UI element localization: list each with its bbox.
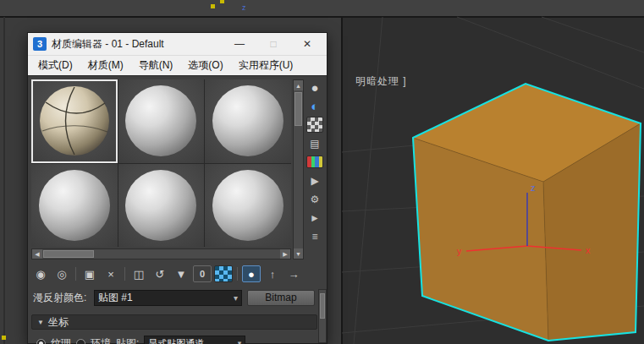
coordinates-rollout-header[interactable]: ▼ 坐标: [31, 314, 317, 330]
screen: z x y: [0, 0, 644, 344]
environ-radio-label: 环境: [91, 336, 111, 344]
show-end-result-icon[interactable]: ●: [242, 265, 261, 282]
scroll-up-button[interactable]: ▲: [294, 80, 303, 90]
material-editor-window: 3 材质编辑器 - 01 - Default — □ ✕ 模式(D) 材质(M)…: [27, 32, 328, 344]
map-selector-dropdown[interactable]: 贴图 #1 ▾: [94, 290, 242, 306]
side-toolbar: ● ◐ ▦ ▤ ▩ ▶ ⚙ ► ≡: [306, 79, 325, 244]
sphere-preview: [125, 85, 196, 156]
put-material-to-scene-icon[interactable]: ◎: [52, 265, 71, 282]
material-id-channel-icon[interactable]: 0: [193, 265, 212, 282]
material-sample-slot[interactable]: [205, 164, 291, 248]
axis-x-label: x: [586, 245, 591, 255]
texture-radio-label: 纹理: [51, 336, 71, 344]
options-icon[interactable]: ⚙: [306, 191, 323, 207]
generate-preview-icon[interactable]: ▶: [306, 172, 323, 188]
texture-radio[interactable]: [36, 339, 46, 344]
select-by-material-icon[interactable]: ►: [306, 210, 323, 226]
close-button[interactable]: ✕: [293, 35, 322, 53]
make-material-copy-icon[interactable]: ◫: [129, 265, 148, 282]
put-to-library-icon[interactable]: ▼: [172, 265, 190, 282]
chevron-down-icon: ▾: [238, 339, 242, 344]
reset-map-icon[interactable]: ×: [102, 265, 120, 282]
toolbar-separator: [75, 267, 76, 281]
menu-material[interactable]: 材质(M): [81, 57, 130, 74]
diffuse-color-label: 漫反射颜色:: [33, 291, 92, 305]
axis-y-label: y: [457, 246, 462, 256]
bitmap-type-button[interactable]: Bitmap: [247, 290, 315, 306]
mapping-channel-dropdown[interactable]: 显式贴图通道 ▾: [144, 336, 245, 344]
sample-slots-grid: [31, 79, 291, 247]
menu-options[interactable]: 选项(O): [181, 57, 229, 74]
sample-type-icon[interactable]: ●: [306, 79, 323, 96]
chevron-down-icon: ▾: [234, 293, 238, 303]
toolbar-separator: [124, 267, 125, 281]
axis-z-label: z: [531, 183, 536, 193]
material-toolbar: ◉ ◎ ▣ × ◫ ↺ ▼ 0 ▦ ● ↑ →: [31, 264, 325, 284]
menu-mode[interactable]: 模式(D): [31, 57, 80, 74]
maximize-button[interactable]: □: [259, 35, 288, 53]
diffuse-map-row: 漫反射颜色: 贴图 #1 ▾ Bitmap: [33, 289, 325, 306]
titlebar[interactable]: 3 材质编辑器 - 01 - Default — □ ✕: [28, 33, 327, 55]
editor-body: ▲ ▼ ◀ ▶ ● ◐ ▦ ▤ ▩ ▶ ⚙ ► ≡: [28, 76, 327, 343]
map-selector-value: 贴图 #1: [98, 291, 133, 305]
coords-mapping-row: 纹理 环境 贴图: 显式贴图通道 ▾: [36, 335, 324, 344]
sphere-preview: [125, 170, 196, 241]
pscroll-thumb[interactable]: [320, 293, 325, 319]
menu-navigation[interactable]: 导航(N): [132, 57, 180, 74]
background-icon[interactable]: ▦: [306, 117, 323, 133]
axis-marker-z: z: [242, 3, 246, 12]
mapping-channel-value: 显式贴图通道: [148, 337, 204, 344]
material-map-navigator-icon[interactable]: ≡: [306, 228, 323, 244]
material-sample-slot[interactable]: [205, 79, 291, 163]
menubar: 模式(D) 材质(M) 导航(N) 选项(O) 实用程序(U): [28, 55, 327, 76]
scroll-right-button[interactable]: ▶: [280, 249, 290, 259]
show-shaded-in-viewport-icon[interactable]: ▦: [214, 265, 233, 282]
hscroll-thumb[interactable]: [43, 250, 94, 258]
samples-horizontal-scrollbar[interactable]: ◀ ▶: [31, 248, 291, 259]
backlight-icon[interactable]: ◐: [306, 98, 323, 114]
vscroll-thumb[interactable]: [294, 92, 302, 126]
app-logo-icon: 3: [33, 37, 47, 51]
material-sample-slot[interactable]: [118, 79, 205, 163]
rollout-title: 坐标: [48, 315, 69, 330]
samples-vertical-scrollbar[interactable]: ▲ ▼: [293, 79, 304, 259]
sphere-preview: [39, 170, 110, 241]
viewport-shading-label[interactable]: 明暗处理 ]: [355, 74, 407, 89]
material-sample-slot[interactable]: [118, 164, 205, 248]
mapping-label: 贴图:: [116, 336, 139, 344]
scene-marker: [211, 4, 215, 8]
parameters-scrollbar[interactable]: [318, 289, 327, 343]
rollout-collapse-icon: ▼: [37, 319, 44, 326]
sphere-preview: [212, 170, 283, 241]
textured-ball-preview: [39, 85, 110, 156]
scroll-left-button[interactable]: ◀: [32, 249, 42, 259]
scene-marker: [2, 336, 6, 340]
sample-uv-tiling-icon[interactable]: ▤: [306, 135, 323, 151]
make-unique-icon[interactable]: ↺: [151, 265, 169, 282]
go-forward-sibling-icon[interactable]: →: [284, 265, 303, 282]
assign-material-to-selection-icon[interactable]: ▣: [80, 265, 99, 282]
minimize-button[interactable]: —: [225, 35, 254, 53]
get-material-icon[interactable]: ◉: [31, 265, 50, 282]
scene-marker: [220, 0, 224, 3]
scroll-down-button[interactable]: ▼: [294, 248, 303, 259]
video-color-check-icon[interactable]: ▩: [306, 156, 323, 168]
toolbar-separator: [237, 267, 238, 281]
viewport-top-strip: [0, 0, 644, 17]
material-sample-slot[interactable]: [31, 79, 118, 163]
menu-utilities[interactable]: 实用程序(U): [232, 57, 300, 74]
environ-radio[interactable]: [76, 339, 85, 344]
window-title: 材质编辑器 - 01 - Default: [52, 37, 164, 52]
go-to-parent-icon[interactable]: ↑: [263, 265, 282, 282]
sphere-preview: [212, 85, 283, 156]
material-sample-slot[interactable]: [31, 164, 118, 248]
